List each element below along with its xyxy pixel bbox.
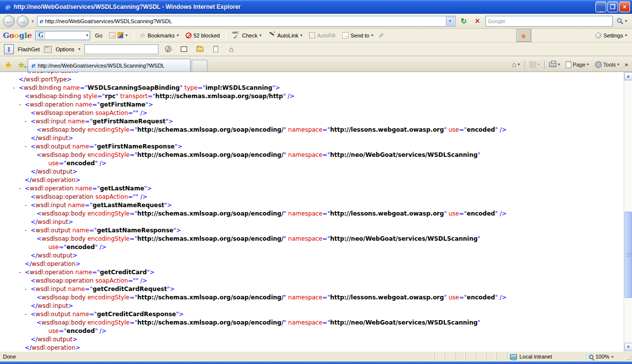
search-go-button[interactable]: ▾ xyxy=(615,18,629,25)
add-favorite-button[interactable]: ★ + xyxy=(15,59,28,71)
options-icon xyxy=(44,46,52,53)
news-search-icon xyxy=(109,32,116,38)
zoom-control[interactable]: 100% ▾ xyxy=(586,353,625,361)
xml-line: use="encoded" /> xyxy=(0,159,624,168)
flashget-icon[interactable]: ∨∨ xyxy=(4,44,14,54)
xml-line: use="encoded" /> xyxy=(0,243,624,252)
collapse-toggle[interactable]: - xyxy=(19,268,25,277)
collapse-toggle[interactable]: - xyxy=(19,101,25,109)
folder-globe-icon xyxy=(197,47,203,52)
toolbar-overflow-icon[interactable]: » xyxy=(623,61,630,68)
options-label[interactable]: Options xyxy=(56,46,75,52)
url-text[interactable]: http://neo/WebGoat/services/WSDLScanning… xyxy=(45,18,444,24)
flashget-chevrons-icon: » xyxy=(521,34,526,36)
bookmarks-button[interactable]: ☆ Bookmarks▾ xyxy=(138,31,181,40)
xml-line: use="encoded" /> xyxy=(0,327,624,335)
search-box[interactable]: Google xyxy=(485,16,613,27)
stop-button[interactable]: × xyxy=(472,15,483,27)
flashget-monitor-button[interactable] xyxy=(178,44,190,55)
forward-button[interactable]: → xyxy=(17,15,29,27)
xml-line: </wsdl:operation> xyxy=(0,72,624,75)
send-to-button[interactable]: Send to▾ xyxy=(340,31,375,39)
scroll-up-button[interactable]: ▲ xyxy=(624,72,632,80)
scrollbar-thumb[interactable] xyxy=(625,212,632,298)
collapse-toggle[interactable]: - xyxy=(25,201,31,210)
flashget-toolbar: ∨∨ FlashGet Options ▾ ⌂ xyxy=(0,42,632,56)
feeds-button: ▾ xyxy=(527,60,542,69)
xml-line: -<wsdl:input name="getFirstNameRequest"> xyxy=(0,117,624,126)
tools-menu-button[interactable]: Tools▾ xyxy=(592,60,622,69)
active-tab[interactable]: e http://neo/WebGoat/services/WSDLScanni… xyxy=(28,59,191,72)
refresh-icon: ↻ xyxy=(461,17,467,26)
minimize-button[interactable]: _ xyxy=(595,1,606,12)
back-button[interactable]: ← xyxy=(3,15,15,27)
xml-line: -<wsdl:binding name="WSDLScanningSoapBin… xyxy=(0,84,624,92)
maximize-button[interactable]: ❐ xyxy=(607,1,618,12)
new-tab-button[interactable] xyxy=(192,60,207,72)
intranet-zone-icon xyxy=(510,354,517,360)
flashget-links-button[interactable] xyxy=(210,44,222,55)
xml-line: </wsdl:portType> xyxy=(0,75,624,84)
settings-button[interactable]: Settings▾ xyxy=(593,32,629,39)
tab-bar: ★ ★ + e http://neo/WebGoat/services/WSDL… xyxy=(0,56,632,72)
home-button[interactable]: ⌂▾ xyxy=(510,59,522,70)
xml-line: -<wsdl:output name="getFirstNameResponse… xyxy=(0,143,624,151)
history-dropdown-icon[interactable]: ▾ xyxy=(31,19,35,24)
search-more-icon[interactable]: ▾ xyxy=(125,33,127,37)
ie-icon: e xyxy=(3,2,12,11)
scroll-down-button[interactable]: ▼ xyxy=(624,343,632,351)
collapse-toggle[interactable]: - xyxy=(25,226,31,235)
search-options-icon[interactable]: ▾ xyxy=(625,19,627,23)
collapse-toggle[interactable]: - xyxy=(25,310,31,319)
print-button[interactable]: ▾ xyxy=(547,61,562,68)
google-search-input[interactable]: G ▾ xyxy=(35,31,90,40)
google-go-button[interactable]: Go xyxy=(93,32,105,39)
refresh-button[interactable]: ↻ xyxy=(458,15,470,27)
flashget-search-button[interactable] xyxy=(162,44,174,55)
autofill-form-icon xyxy=(309,32,315,38)
security-zone: Local intranet xyxy=(507,353,586,361)
page-menu-button[interactable]: Page▾ xyxy=(563,60,592,69)
flashget-catcher-button[interactable]: » xyxy=(516,29,531,42)
site-search-icon xyxy=(118,32,123,38)
collapse-toggle[interactable]: - xyxy=(19,184,25,193)
resize-grip[interactable] xyxy=(625,353,632,361)
tab-title: http://neo/WebGoat/services/WSDLScanning… xyxy=(38,63,164,69)
flashget-home-button[interactable]: ⌂ xyxy=(226,44,237,55)
collapse-toggle[interactable]: - xyxy=(25,285,31,293)
popup-blocked-button[interactable]: 52 blocked xyxy=(184,32,222,39)
google-search-dropdown-icon[interactable]: ▾ xyxy=(86,33,88,37)
toolbar-separator xyxy=(133,31,134,40)
spellcheck-button[interactable]: ABC✓ Check▾ xyxy=(230,31,263,40)
toolbar-separator xyxy=(226,31,226,40)
favorites-star-icon: ★ xyxy=(5,60,12,70)
highlighter-icon xyxy=(378,33,384,38)
xml-line: </wsdl:input> xyxy=(0,134,624,143)
xml-line: </wsdl:operation> xyxy=(0,176,624,184)
xml-line: -<wsdl:output name="getCreditCardRespons… xyxy=(0,310,624,319)
status-cell xyxy=(455,353,465,361)
flashget-search-input[interactable] xyxy=(84,44,158,54)
collapse-toggle[interactable]: - xyxy=(25,143,31,151)
vertical-scrollbar[interactable]: ▲ ▼ xyxy=(624,72,632,351)
favorites-button[interactable]: ★ xyxy=(2,59,15,71)
options-dropdown-icon[interactable]: ▾ xyxy=(79,47,80,51)
command-bar: ⌂▾ ▾ ▾ Page▾ Tools▾ » xyxy=(510,59,630,72)
flashget-downloads-button[interactable] xyxy=(194,44,206,55)
autofill-button: AutoFill xyxy=(307,31,337,39)
close-button[interactable]: × xyxy=(619,1,630,12)
xml-line: <wsdlsoap:body encodingStyle="http://sch… xyxy=(0,293,624,302)
url-dropdown-button[interactable]: ▾ xyxy=(446,17,454,26)
autolink-wand-icon xyxy=(268,32,275,39)
collapse-toggle[interactable]: - xyxy=(13,84,19,92)
page-link-icon xyxy=(213,46,218,52)
printer-icon xyxy=(549,62,556,67)
url-field[interactable]: e http://neo/WebGoat/services/WSDLScanni… xyxy=(37,16,456,27)
zoom-dropdown-icon[interactable]: ▾ xyxy=(611,355,613,359)
xml-line: -<wsdl:input name="getCreditCardRequest"… xyxy=(0,285,624,293)
home-icon: ⌂ xyxy=(229,45,234,53)
search-site-button[interactable]: ▾ xyxy=(107,31,129,39)
autolink-button[interactable]: AutoLink▾ xyxy=(266,31,304,40)
status-text: Done xyxy=(0,354,434,360)
collapse-toggle[interactable]: - xyxy=(25,117,31,126)
